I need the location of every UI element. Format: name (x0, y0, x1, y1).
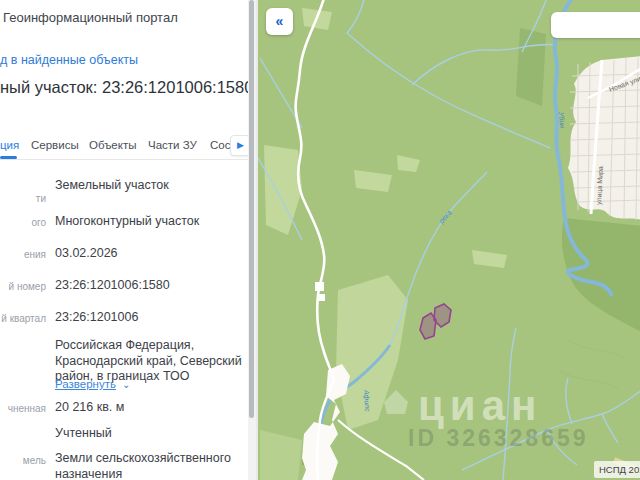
tab-objects[interactable]: Объекты (89, 139, 136, 151)
map-canvas[interactable]: улица Мира Новая улица Убин Афипс река ц… (256, 0, 640, 480)
field-value-status: Учтенный (55, 426, 245, 442)
field-value-area: 20 216 кв. м (55, 400, 245, 416)
map-field (472, 250, 507, 268)
field-value-land-category: Земли сельскохозяйственного назначения (55, 451, 245, 480)
tabs-scroll-right-button[interactable]: ▶ (230, 135, 248, 156)
field-label: ения (0, 249, 46, 260)
field-value-cadastral-number: 23:26:1201006:1580 (55, 278, 245, 294)
tab-services[interactable]: Сервисы (31, 139, 79, 151)
field-label: й квартал (0, 313, 46, 324)
watermark-id: ID 326328659 (408, 425, 589, 451)
field-label: ого (0, 217, 46, 228)
field-value-date: 03.02.2026 (55, 246, 245, 262)
tab-information[interactable]: ция (0, 139, 19, 151)
back-to-results-link[interactable]: д в найденные объекты (0, 53, 138, 67)
map-building (315, 282, 324, 291)
map-building (318, 294, 325, 301)
collapse-panel-button[interactable]: « (266, 8, 293, 35)
field-label: мель (0, 455, 46, 466)
object-info-panel: Геоинформационный портал д в найденные о… (0, 0, 248, 480)
panel-scrollbar[interactable] (248, 0, 256, 480)
field-label: й номер (0, 281, 46, 292)
map-field (397, 155, 420, 172)
map-forest (516, 28, 546, 106)
contour-line (568, 340, 626, 358)
field-value-cadastral-block: 23:26:1201006 (55, 310, 245, 326)
watermark-brand: циан (418, 382, 542, 429)
panel-scrollbar-thumb[interactable] (249, 0, 254, 418)
double-chevron-left-icon: « (276, 13, 284, 29)
parcel-heading: ный участок: 23:26:1201006:1580 (0, 78, 248, 97)
map-graphics: улица Мира Новая улица Убин Афипс река ц… (258, 0, 640, 480)
selected-parcel-contours[interactable] (420, 304, 451, 339)
map-field (264, 145, 302, 235)
chevron-right-icon: ▶ (237, 140, 244, 150)
attribution-text: НСПД 2026 (599, 464, 640, 475)
geoportal-screen: Геоинформационный портал д в найденные о… (0, 0, 640, 480)
river-label-town: Убин (558, 111, 566, 129)
tab-bar: ция Сервисы Объекты Части ЗУ Соста ▶ (0, 133, 248, 160)
map-village-area (302, 364, 350, 480)
stream-label: река (437, 209, 454, 226)
field-label: ти (0, 193, 46, 204)
map-field (354, 170, 392, 192)
field-value-parcel-kind: Многоконтурный участок (55, 214, 245, 230)
app-title: Геоинформационный портал (3, 10, 178, 25)
chevron-down-icon: ⌄ (122, 379, 130, 390)
expand-address-link[interactable]: Развернуть⌄ (55, 378, 130, 390)
field-label: чненная (0, 403, 46, 414)
active-tab-underline (0, 156, 17, 159)
field-value-object-kind: Земельный участок (55, 178, 245, 194)
watermark-logo-icon (384, 390, 408, 414)
tab-parcel-parts[interactable]: Части ЗУ (148, 139, 197, 151)
map-search-control[interactable] (551, 12, 640, 38)
map-field (260, 430, 302, 480)
map-road-main (295, 0, 334, 380)
